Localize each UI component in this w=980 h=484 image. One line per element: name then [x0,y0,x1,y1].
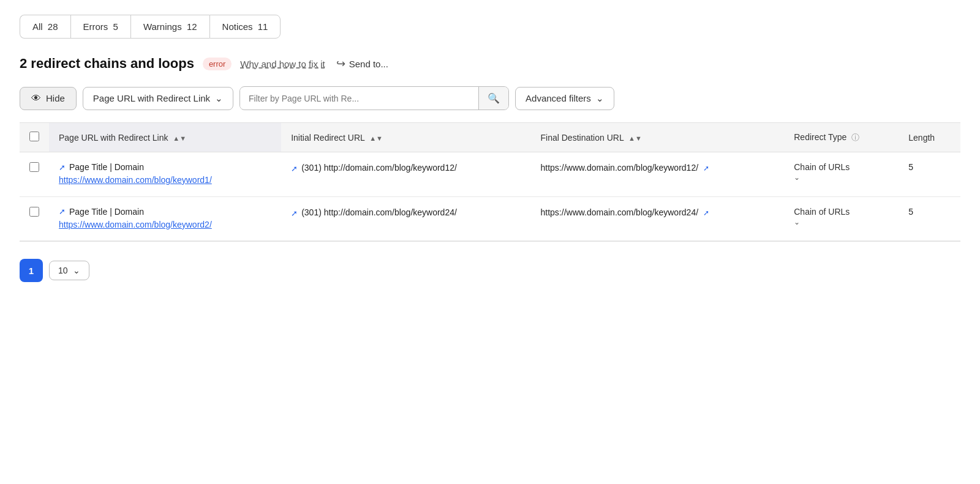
tab-all-label: All [32,21,43,32]
per-page-dropdown[interactable]: 10 ⌄ [49,261,89,280]
redirect-type-text-1: Chain of URLs [794,207,850,217]
cell-final-destination-1: https://www.domain.com/blog/keyword24/ ➚ [531,196,785,241]
row-checkbox-0[interactable] [29,162,39,172]
initial-redirect-wrap-0: ➚ (301) http://domain.com/blog/keyword12… [291,162,521,174]
filter-dropdown-button[interactable]: Page URL with Redirect Link ⌄ [83,87,233,110]
chevron-down-icon: ⌄ [215,93,223,104]
length-value-0: 5 [908,162,913,172]
col-initial-redirect[interactable]: Initial Redirect URL ▲▼ [281,123,530,152]
info-icon-redirect-type[interactable]: ⓘ [851,132,859,143]
tab-warnings-label: Warnings [143,21,182,32]
final-url-0: https://www.domain.com/blog/keyword12/ ➚ [541,163,709,173]
page-url-link-1[interactable]: https://www.domain.com/blog/keyword2/ [59,220,212,229]
page-title-text-1: Page Title | Domain [69,207,144,217]
sort-icon-initial: ▲▼ [369,135,383,142]
data-table-wrap: Page URL with Redirect Link ▲▼ Initial R… [20,122,960,242]
cell-page-url-1: ➚ Page Title | Domain https://www.domain… [49,196,281,241]
initial-redirect-text-1: (301) http://domain.com/blog/keyword24/ [301,207,457,219]
cell-final-destination-0: https://www.domain.com/blog/keyword12/ ➚ [531,152,785,197]
page-title-text-0: Page Title | Domain [69,162,144,172]
chevron-down-icon-advanced: ⌄ [596,93,604,104]
tab-notices[interactable]: Notices 11 [209,15,281,39]
tab-errors-count: 5 [113,21,118,32]
col-final-destination[interactable]: Final Destination URL ▲▼ [531,123,785,152]
cell-length-1: 5 [899,196,960,241]
issue-header: 2 redirect chains and loops error Why an… [20,56,960,72]
page-url-link-0[interactable]: https://www.domain.com/blog/keyword1/ [59,175,212,185]
table-row: ➚ Page Title | Domain https://www.domain… [20,152,960,197]
advanced-filters-button[interactable]: Advanced filters ⌄ [515,87,614,110]
send-to-button[interactable]: ↪ Send to... [336,57,388,70]
redirect-type-wrap-0: Chain of URLs ⌄ [794,162,889,182]
send-to-icon: ↪ [336,57,345,70]
cell-initial-redirect-0: ➚ (301) http://domain.com/blog/keyword12… [281,152,530,197]
col-initial-redirect-label: Initial Redirect URL [291,133,364,143]
row-checkbox-1[interactable] [29,207,39,217]
tab-errors[interactable]: Errors 5 [70,15,130,39]
col-final-destination-label: Final Destination URL [541,133,624,143]
external-icon-redirect-1: ➚ [291,208,298,219]
search-icon: 🔍 [488,93,500,103]
select-all-cell [20,123,49,152]
cell-page-url-0: ➚ Page Title | Domain https://www.domain… [49,152,281,197]
data-table: Page URL with Redirect Link ▲▼ Initial R… [20,123,960,241]
redirect-type-text-0: Chain of URLs [794,162,850,172]
eye-icon: 👁 [31,93,41,104]
select-all-checkbox[interactable] [29,132,39,141]
search-wrap: 🔍 [239,86,509,110]
cell-length-0: 5 [899,152,960,197]
tab-errors-label: Errors [83,21,108,32]
external-icon-redirect-0: ➚ [291,163,298,174]
tab-warnings[interactable]: Warnings 12 [130,15,209,39]
col-redirect-type: Redirect Type ⓘ [784,123,899,152]
tab-all-count: 28 [48,21,58,32]
send-to-label: Send to... [349,59,388,69]
col-page-url[interactable]: Page URL with Redirect Link ▲▼ [49,123,281,152]
tab-notices-count: 11 [258,21,268,32]
col-redirect-type-label: Redirect Type [794,132,846,142]
cell-redirect-type-1: Chain of URLs ⌄ [784,196,899,241]
initial-redirect-wrap-1: ➚ (301) http://domain.com/blog/keyword24… [291,207,521,219]
fix-link[interactable]: Why and how to fix it [240,59,325,69]
search-button[interactable]: 🔍 [478,87,508,110]
filter-dropdown-label: Page URL with Redirect Link [93,93,210,103]
external-icon-page-0: ➚ [59,163,66,172]
hide-label: Hide [46,93,65,103]
cell-initial-redirect-1: ➚ (301) http://domain.com/blog/keyword24… [281,196,530,241]
page-1-button[interactable]: 1 [20,259,43,282]
external-icon-final-1: ➚ [703,209,709,217]
issue-title: 2 redirect chains and loops [20,56,194,72]
error-badge: error [203,58,232,70]
external-icon-final-0: ➚ [703,164,709,173]
toolbar: 👁 Hide Page URL with Redirect Link ⌄ 🔍 A… [20,86,960,110]
filter-tabs: All 28 Errors 5 Warnings 12 Notices 11 [20,15,960,39]
table-row: ➚ Page Title | Domain https://www.domain… [20,196,960,241]
per-page-value: 10 [58,266,68,275]
page-title-1: ➚ Page Title | Domain [59,207,271,217]
final-url-1: https://www.domain.com/blog/keyword24/ ➚ [541,207,709,217]
page-title-0: ➚ Page Title | Domain [59,162,271,172]
chevron-down-redirect-0[interactable]: ⌄ [794,173,800,182]
external-icon-page-1: ➚ [59,207,66,216]
table-header-row: Page URL with Redirect Link ▲▼ Initial R… [20,123,960,152]
search-input[interactable] [240,88,478,109]
table-body: ➚ Page Title | Domain https://www.domain… [20,152,960,241]
pagination: 1 10 ⌄ [20,256,960,287]
row-checkbox-cell-1 [20,196,49,241]
hide-button[interactable]: 👁 Hide [20,87,77,110]
advanced-filters-label: Advanced filters [526,93,591,103]
redirect-type-wrap-1: Chain of URLs ⌄ [794,207,889,226]
page-1-label: 1 [29,266,34,276]
length-value-1: 5 [908,207,913,217]
row-checkbox-cell-0 [20,152,49,197]
col-length: Length [899,123,960,152]
tab-all[interactable]: All 28 [20,15,70,39]
tab-notices-label: Notices [222,21,253,32]
sort-icon-final: ▲▼ [628,135,642,142]
cell-redirect-type-0: Chain of URLs ⌄ [784,152,899,197]
chevron-down-icon-per-page: ⌄ [73,266,80,275]
sort-icon-page-url: ▲▼ [173,135,186,142]
initial-redirect-text-0: (301) http://domain.com/blog/keyword12/ [301,162,457,174]
col-page-url-label: Page URL with Redirect Link [59,133,168,143]
chevron-down-redirect-1[interactable]: ⌄ [794,218,800,226]
